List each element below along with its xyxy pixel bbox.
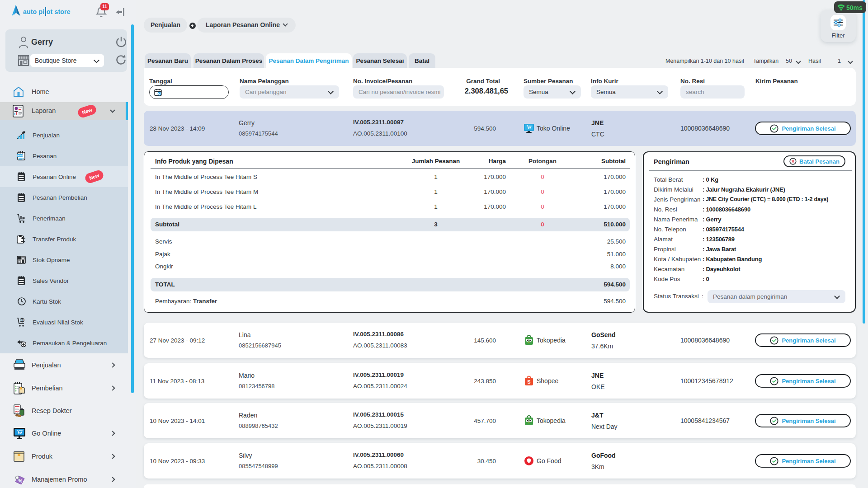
svg-text:S: S [527,379,530,385]
svg-text:RP: RP [20,319,24,322]
svg-text:%: % [18,478,23,483]
svg-text:ORDER: ORDER [17,155,23,157]
